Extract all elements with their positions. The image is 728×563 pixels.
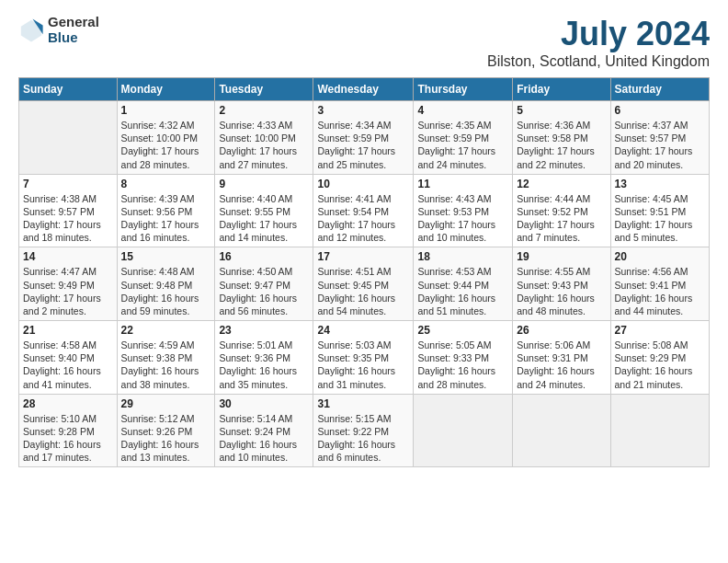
sunrise-text: Sunrise: 4:55 AM [517,266,590,277]
sunrise-text: Sunrise: 5:08 AM [615,339,688,350]
calendar-cell: 28 Sunrise: 5:10 AM Sunset: 9:28 PM Dayl… [19,394,118,467]
calendar-cell [414,394,513,467]
daylight-text: Daylight: 16 hours and 56 minutes. [219,293,297,316]
calendar-cell: 5 Sunrise: 4:36 AM Sunset: 9:58 PM Dayli… [513,101,610,175]
sunset-text: Sunset: 9:52 PM [517,206,588,217]
day-info: Sunrise: 4:43 AM Sunset: 9:53 PM Dayligh… [417,192,508,245]
day-number: 14 [23,250,113,263]
calendar-header: SundayMondayTuesdayWednesdayThursdayFrid… [19,78,710,101]
sunrise-text: Sunrise: 4:35 AM [417,120,491,131]
day-number: 1 [121,104,211,117]
calendar-cell: 12 Sunrise: 4:44 AM Sunset: 9:52 PM Dayl… [513,174,610,247]
sunset-text: Sunset: 9:31 PM [517,352,588,363]
sunset-text: Sunset: 9:53 PM [417,206,489,217]
sunset-text: Sunset: 9:41 PM [615,280,687,291]
calendar-cell: 24 Sunrise: 5:03 AM Sunset: 9:35 PM Dayl… [313,321,414,395]
day-number: 26 [517,324,606,337]
day-number: 4 [417,104,508,117]
sunset-text: Sunset: 9:59 PM [317,132,389,144]
calendar-cell: 16 Sunrise: 4:50 AM Sunset: 9:47 PM Dayl… [215,247,313,321]
day-info: Sunrise: 4:35 AM Sunset: 9:59 PM Dayligh… [417,119,508,171]
sunrise-text: Sunrise: 4:39 AM [121,193,195,204]
logo-blue: Blue [48,30,99,46]
weekday-header: Sunday [19,78,118,101]
calendar-cell: 11 Sunrise: 4:43 AM Sunset: 9:53 PM Dayl… [414,174,513,247]
day-info: Sunrise: 4:41 AM Sunset: 9:54 PM Dayligh… [317,192,409,245]
daylight-text: Daylight: 16 hours and 51 minutes. [417,293,495,316]
sunset-text: Sunset: 9:47 PM [219,280,290,291]
daylight-text: Daylight: 16 hours and 21 minutes. [615,365,693,389]
calendar-cell: 30 Sunrise: 5:14 AM Sunset: 9:24 PM Dayl… [215,394,313,467]
calendar-cell: 14 Sunrise: 4:47 AM Sunset: 9:49 PM Dayl… [19,247,118,321]
sunrise-text: Sunrise: 5:12 AM [121,413,195,424]
calendar-cell: 22 Sunrise: 4:59 AM Sunset: 9:38 PM Dayl… [117,321,215,395]
calendar-cell [610,394,709,467]
sunrise-text: Sunrise: 4:50 AM [219,266,292,277]
sunrise-text: Sunrise: 4:40 AM [219,193,292,204]
calendar-cell: 21 Sunrise: 4:58 AM Sunset: 9:40 PM Dayl… [19,321,118,395]
daylight-text: Daylight: 17 hours and 12 minutes. [317,219,395,243]
day-info: Sunrise: 4:37 AM Sunset: 9:57 PM Dayligh… [615,119,705,171]
sunset-text: Sunset: 9:56 PM [121,206,193,217]
day-number: 24 [317,324,409,337]
day-number: 22 [121,324,211,337]
calendar-cell: 10 Sunrise: 4:41 AM Sunset: 9:54 PM Dayl… [313,174,414,247]
sunset-text: Sunset: 9:44 PM [417,280,489,291]
calendar-cell: 1 Sunrise: 4:32 AM Sunset: 10:00 PM Dayl… [117,101,215,175]
daylight-text: Daylight: 17 hours and 7 minutes. [517,219,595,243]
calendar-cell: 25 Sunrise: 5:05 AM Sunset: 9:33 PM Dayl… [414,321,513,395]
day-number: 5 [517,104,606,117]
day-number: 31 [317,397,409,410]
sunset-text: Sunset: 9:26 PM [121,426,193,437]
page: General Blue July 2024 Bilston, Scotland… [0,0,728,563]
daylight-text: Daylight: 17 hours and 14 minutes. [219,219,297,243]
day-info: Sunrise: 4:48 AM Sunset: 9:48 PM Dayligh… [121,265,211,317]
sunrise-text: Sunrise: 4:44 AM [517,193,590,204]
calendar-week-row: 1 Sunrise: 4:32 AM Sunset: 10:00 PM Dayl… [19,101,710,175]
calendar-cell: 8 Sunrise: 4:39 AM Sunset: 9:56 PM Dayli… [117,174,215,247]
day-info: Sunrise: 4:45 AM Sunset: 9:51 PM Dayligh… [615,192,705,245]
daylight-text: Daylight: 16 hours and 44 minutes. [615,293,693,316]
day-info: Sunrise: 5:06 AM Sunset: 9:31 PM Dayligh… [517,339,606,391]
day-info: Sunrise: 4:50 AM Sunset: 9:47 PM Dayligh… [219,265,309,317]
day-number: 11 [417,178,508,190]
daylight-text: Daylight: 16 hours and 24 minutes. [517,365,595,389]
day-number: 21 [23,324,113,337]
sunset-text: Sunset: 9:57 PM [615,132,687,144]
day-info: Sunrise: 4:59 AM Sunset: 9:38 PM Dayligh… [121,339,211,391]
sunrise-text: Sunrise: 4:33 AM [219,120,292,131]
calendar-week-row: 14 Sunrise: 4:47 AM Sunset: 9:49 PM Dayl… [19,247,710,321]
calendar-body: 1 Sunrise: 4:32 AM Sunset: 10:00 PM Dayl… [19,101,710,467]
day-info: Sunrise: 4:38 AM Sunset: 9:57 PM Dayligh… [23,192,113,245]
calendar-cell: 26 Sunrise: 5:06 AM Sunset: 9:31 PM Dayl… [513,321,610,395]
calendar-cell: 27 Sunrise: 5:08 AM Sunset: 9:29 PM Dayl… [610,321,709,395]
day-number: 30 [219,397,309,410]
day-number: 16 [219,250,309,263]
day-info: Sunrise: 4:39 AM Sunset: 9:56 PM Dayligh… [121,192,211,245]
sunrise-text: Sunrise: 4:45 AM [615,193,688,204]
day-number: 18 [417,250,508,263]
day-info: Sunrise: 5:03 AM Sunset: 9:35 PM Dayligh… [317,339,409,391]
day-info: Sunrise: 5:12 AM Sunset: 9:26 PM Dayligh… [121,412,211,465]
sunset-text: Sunset: 9:36 PM [219,352,290,363]
calendar-week-row: 7 Sunrise: 4:38 AM Sunset: 9:57 PM Dayli… [19,174,710,247]
day-info: Sunrise: 4:44 AM Sunset: 9:52 PM Dayligh… [517,192,606,245]
day-info: Sunrise: 4:32 AM Sunset: 10:00 PM Daylig… [121,119,211,171]
sunrise-text: Sunrise: 4:38 AM [23,193,97,204]
sunrise-text: Sunrise: 4:51 AM [317,266,391,277]
sunrise-text: Sunrise: 4:56 AM [615,266,688,277]
logo-text: General Blue [48,15,99,45]
day-info: Sunrise: 5:05 AM Sunset: 9:33 PM Dayligh… [417,339,508,391]
day-number: 8 [121,178,211,190]
calendar-cell: 20 Sunrise: 4:56 AM Sunset: 9:41 PM Dayl… [610,247,709,321]
calendar-cell: 15 Sunrise: 4:48 AM Sunset: 9:48 PM Dayl… [117,247,215,321]
sunrise-text: Sunrise: 5:05 AM [417,339,491,350]
sunset-text: Sunset: 9:29 PM [615,352,687,363]
weekday-header: Tuesday [215,78,313,101]
sunset-text: Sunset: 9:33 PM [417,352,489,363]
sunrise-text: Sunrise: 4:43 AM [417,193,491,204]
day-info: Sunrise: 5:10 AM Sunset: 9:28 PM Dayligh… [23,412,113,465]
day-info: Sunrise: 5:15 AM Sunset: 9:22 PM Dayligh… [317,412,409,465]
daylight-text: Daylight: 16 hours and 10 minutes. [219,439,297,463]
calendar-table: SundayMondayTuesdayWednesdayThursdayFrid… [18,77,710,467]
